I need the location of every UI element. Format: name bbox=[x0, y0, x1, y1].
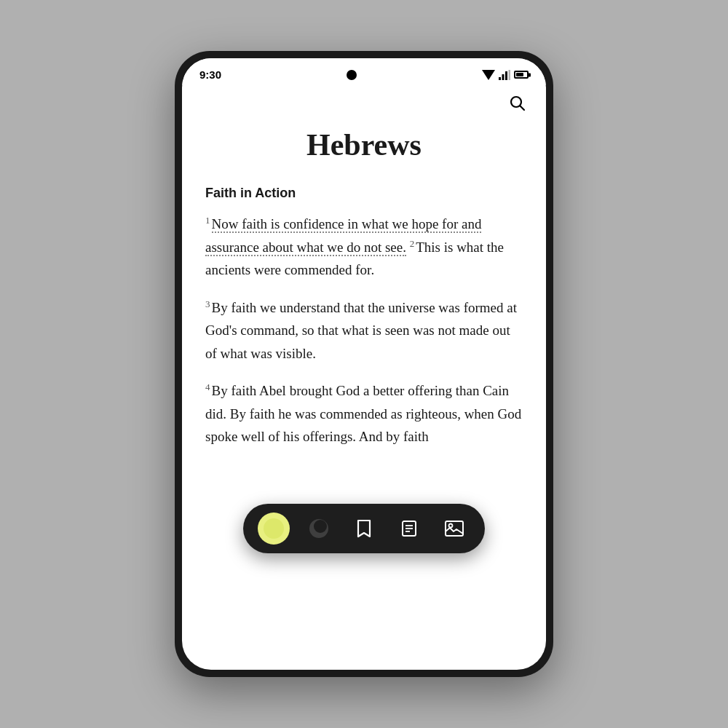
battery-icon bbox=[514, 71, 529, 79]
note-button[interactable] bbox=[393, 513, 425, 545]
phone-screen: 9:30 bbox=[182, 58, 546, 670]
svg-rect-1 bbox=[499, 77, 501, 80]
verse-3-text: By faith we understand that the universe… bbox=[205, 300, 517, 361]
moon-icon bbox=[309, 518, 329, 539]
highlight-dark-button[interactable] bbox=[303, 513, 335, 545]
highlight-yellow-button[interactable] bbox=[258, 513, 290, 545]
verse-num-2: 2 bbox=[410, 238, 415, 249]
book-title: Hebrews bbox=[205, 127, 523, 162]
svg-point-14 bbox=[449, 524, 453, 528]
svg-rect-4 bbox=[509, 70, 511, 80]
signal-icon bbox=[499, 70, 510, 80]
status-icons bbox=[482, 70, 529, 80]
svg-line-6 bbox=[521, 106, 525, 111]
top-bar bbox=[182, 85, 546, 120]
note-icon bbox=[400, 520, 418, 537]
search-button[interactable] bbox=[502, 88, 531, 117]
svg-rect-2 bbox=[502, 74, 505, 80]
content-area: Hebrews Faith in Action 1Now faith is co… bbox=[182, 120, 546, 670]
status-time: 9:30 bbox=[199, 68, 221, 81]
search-icon bbox=[508, 94, 526, 111]
phone-frame: 9:30 bbox=[175, 51, 553, 677]
verse-3: 3By faith we understand that the univers… bbox=[205, 296, 523, 365]
camera-dot bbox=[347, 70, 357, 80]
verse-4: 4By faith Abel brought God a better offe… bbox=[205, 379, 523, 448]
yellow-circle-icon bbox=[264, 518, 284, 539]
image-button[interactable] bbox=[438, 513, 470, 545]
verse-1: 1Now faith is confidence in what we hope… bbox=[205, 213, 523, 282]
toolbar-popup bbox=[243, 504, 485, 553]
verse-num-3: 3 bbox=[205, 298, 210, 309]
wifi-icon bbox=[482, 70, 495, 80]
status-bar: 9:30 bbox=[182, 58, 546, 85]
verse-num-4: 4 bbox=[205, 381, 210, 392]
bookmark-button[interactable] bbox=[348, 513, 380, 545]
svg-rect-3 bbox=[505, 71, 507, 80]
bookmark-icon bbox=[355, 519, 373, 538]
svg-marker-0 bbox=[482, 70, 495, 80]
verse-4-text: By faith Abel brought God a better offer… bbox=[205, 383, 521, 444]
image-icon bbox=[445, 521, 464, 537]
section-heading: Faith in Action bbox=[205, 186, 523, 201]
verse-num-1: 1 bbox=[205, 215, 210, 226]
svg-point-8 bbox=[314, 520, 327, 533]
